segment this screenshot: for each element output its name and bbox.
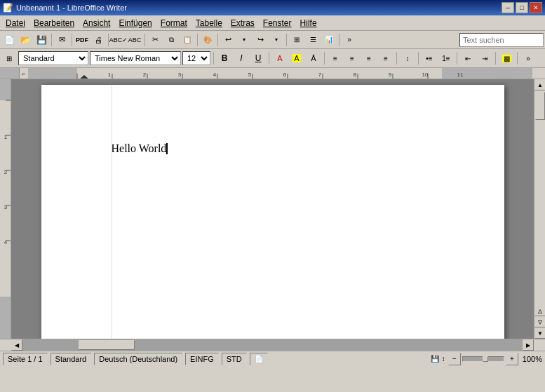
italic-button[interactable]: I — [234, 50, 249, 66]
maximize-button[interactable]: □ — [516, 2, 528, 13]
new-icon: 📄 — [4, 35, 15, 45]
columns-icon: ☰ — [310, 36, 316, 43]
file-buttons: 📄 📂 💾 — [1, 32, 49, 48]
zoom-in-button[interactable]: + — [506, 353, 518, 365]
font-dropdown[interactable]: Times New Roman — [90, 51, 181, 65]
menu-datei[interactable]: Datei — [1, 17, 29, 29]
separator-4 — [144, 34, 145, 46]
scroll-left-button[interactable]: ◀ — [11, 339, 22, 351]
svg-text:3: 3 — [4, 204, 8, 210]
table-button[interactable]: ⊞ — [289, 32, 304, 48]
svg-text:7: 7 — [318, 72, 322, 78]
menu-hilfe[interactable]: Hilfe — [296, 17, 321, 29]
zoom-controls: − + 100% — [448, 353, 542, 365]
next-page-button[interactable]: ▿ — [534, 316, 545, 327]
open-button[interactable]: 📂 — [18, 32, 33, 48]
menu-extras[interactable]: Extras — [227, 17, 259, 29]
bold-button[interactable]: B — [217, 50, 232, 66]
list-button[interactable]: •≡ — [422, 50, 437, 66]
spellcheck-button[interactable]: ABC✓ — [111, 32, 126, 48]
highlight-color-button[interactable]: A — [289, 50, 304, 66]
vertical-scrollbar: ▲ ▵ ▿ ▼ — [534, 79, 545, 339]
undo-icon: ↩ — [225, 35, 231, 44]
scroll-down-button[interactable]: ▼ — [534, 327, 545, 339]
menu-tabelle[interactable]: Tabelle — [191, 17, 227, 29]
close-button[interactable]: ✕ — [530, 2, 542, 13]
new-button[interactable]: 📄 — [1, 32, 17, 48]
search-input[interactable] — [463, 36, 540, 44]
justify-button[interactable]: ≡ — [378, 50, 393, 66]
numbered-list-button[interactable]: 1≡ — [438, 50, 454, 66]
scroll-track[interactable] — [534, 90, 545, 305]
separator-f2 — [269, 52, 269, 65]
more-button[interactable]: » — [342, 32, 357, 48]
svg-text:1: 1 — [108, 72, 112, 78]
style-info-button[interactable]: ⊞ — [1, 50, 17, 66]
redo-dropdown[interactable]: ▾ — [269, 32, 284, 48]
toolbar-formatting: ⊞ Standard Times New Roman 12 B I U A A … — [0, 49, 545, 67]
size-dropdown[interactable]: 12 — [182, 51, 210, 65]
align-center-button[interactable]: ≡ — [344, 50, 360, 66]
line-spacing-button[interactable]: ↕ — [400, 50, 415, 66]
cut-button[interactable]: ✂ — [147, 32, 163, 48]
increase-indent-button[interactable]: ⇥ — [477, 50, 492, 66]
autocorrect-button[interactable]: ABC — [127, 32, 142, 48]
svg-text:11: 11 — [457, 72, 464, 78]
email-button[interactable]: ✉ — [54, 32, 69, 48]
redo-icon: ↪ — [257, 35, 264, 44]
copy-button[interactable]: ⧉ — [163, 32, 179, 48]
svg-text:4: 4 — [213, 72, 217, 78]
style-info-icon: ⊞ — [6, 55, 12, 62]
zoom-out-button[interactable]: − — [448, 353, 461, 365]
document-content[interactable]: Hello World — [41, 85, 504, 295]
line-spacing-icon: ↕ — [406, 55, 410, 62]
font-color-button[interactable]: A — [272, 50, 288, 66]
undo-button[interactable]: ↩ — [220, 32, 236, 48]
horizontal-ruler: ⌐ 1 2 3 4 5 6 7 8 9 — [0, 68, 545, 79]
svg-text:5: 5 — [248, 72, 252, 78]
more-format-icon: » — [526, 55, 530, 62]
minimize-button[interactable]: ─ — [502, 2, 514, 13]
main-area: 1 2 3 4 Hello World ▲ ▵ ▿ ▼ — [0, 79, 545, 339]
align-right-button[interactable]: ≡ — [361, 50, 377, 66]
menu-einfuegen[interactable]: Einfügen — [114, 17, 156, 29]
menu-format[interactable]: Format — [156, 17, 191, 29]
columns-button[interactable]: ☰ — [305, 32, 321, 48]
email-icon: ✉ — [59, 35, 65, 44]
menu-fenster[interactable]: Fenster — [259, 17, 296, 29]
chart-button[interactable]: 📊 — [321, 32, 337, 48]
scroll-htrack[interactable] — [22, 339, 523, 351]
scroll-right-button[interactable]: ▶ — [523, 339, 534, 351]
pdf-button[interactable]: PDF — [74, 32, 90, 48]
italic-icon: I — [240, 53, 242, 63]
menu-ansicht[interactable]: Ansicht — [79, 17, 114, 29]
paste-button[interactable]: 📋 — [180, 32, 195, 48]
redo-button[interactable]: ↪ — [253, 32, 268, 48]
menu-bearbeiten[interactable]: Bearbeiten — [29, 17, 79, 29]
bg-color-button[interactable]: ▩ — [499, 50, 514, 66]
status-right: 💾 ↕ − + 100% — [431, 353, 542, 365]
undo-dropdown[interactable]: ▾ — [236, 32, 252, 48]
style-dropdown[interactable]: Standard — [18, 51, 88, 65]
print-preview-button[interactable]: 🖨 — [90, 32, 106, 48]
spellcheck-icon: ABC✓ — [109, 36, 128, 43]
font-color-icon: A — [277, 54, 282, 62]
edit-mode-text: EINFG — [190, 355, 214, 363]
more-format-button[interactable]: » — [520, 50, 536, 66]
scroll-up-button[interactable]: ▲ — [534, 79, 545, 90]
zoom-thumb[interactable] — [483, 356, 488, 362]
format-button[interactable]: 🎨 — [200, 32, 215, 48]
increase-indent-icon: ⇥ — [482, 55, 487, 62]
font-shadow-button[interactable]: Ā — [306, 50, 321, 66]
decrease-indent-button[interactable]: ⇤ — [460, 50, 476, 66]
document-canvas[interactable]: Hello World — [11, 79, 534, 339]
save-button[interactable]: 💾 — [34, 32, 49, 48]
align-left-button[interactable]: ≡ — [328, 50, 343, 66]
prev-page-button[interactable]: ▵ — [534, 305, 545, 316]
scroll-hthumb[interactable] — [79, 340, 135, 350]
vertical-ruler: 1 2 3 4 — [0, 79, 11, 339]
scroll-thumb[interactable] — [535, 92, 545, 120]
text-cursor — [166, 143, 168, 154]
zoom-bar[interactable] — [462, 356, 504, 362]
underline-button[interactable]: U — [250, 50, 266, 66]
